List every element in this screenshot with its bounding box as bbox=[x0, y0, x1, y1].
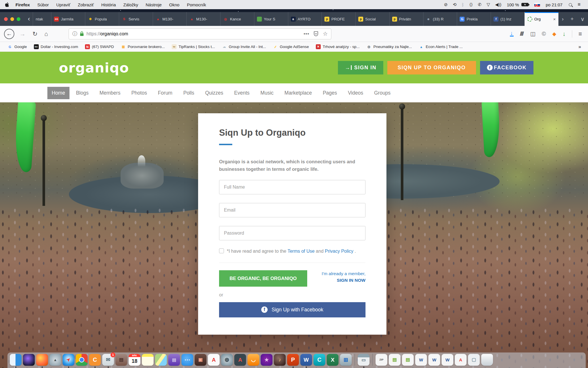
app-c-icon[interactable]: C bbox=[314, 354, 325, 366]
menu-história[interactable]: História bbox=[98, 2, 120, 7]
tab-priv-tn[interactable]: pPrivátn bbox=[389, 12, 423, 26]
chrome-icon[interactable] bbox=[76, 354, 88, 366]
nav-item-forum[interactable]: Forum bbox=[154, 87, 177, 99]
photo-booth-icon[interactable]: ▣ bbox=[195, 354, 206, 366]
bookmark-star-icon[interactable]: ☆ bbox=[323, 30, 328, 37]
url-bar[interactable]: ⓘ https:// organiqo.com ••• ☆ bbox=[69, 28, 331, 39]
photos-stack-icon[interactable]: ▭ bbox=[358, 354, 370, 366]
tab--33-r[interactable]: ☻(33) R bbox=[423, 12, 457, 26]
calendar-icon[interactable]: BŘE18 bbox=[129, 354, 140, 366]
mail-icon[interactable]: ✉1 bbox=[102, 354, 114, 366]
nav-item-quizzes[interactable]: Quizzes bbox=[201, 87, 227, 99]
minimized-browser-window[interactable]: ▢ bbox=[468, 354, 480, 366]
menu-zobraziť[interactable]: Zobraziť bbox=[74, 2, 98, 7]
tab-ayrto[interactable]: aAYRTO bbox=[288, 12, 322, 26]
bookmark-tipranks-stocks-t-[interactable]: twTipRanks | Stocks t... bbox=[168, 44, 218, 49]
minimized-word-document[interactable]: W bbox=[415, 354, 427, 366]
messages-icon[interactable]: ⋯ bbox=[181, 354, 193, 366]
bookmark-google-adsense[interactable]: ∕∕Google AdSense bbox=[270, 44, 312, 49]
volume-icon[interactable]: ◀)) bbox=[493, 2, 504, 7]
bookmark-google[interactable]: GGoogle bbox=[4, 44, 30, 49]
word-icon[interactable]: W bbox=[300, 354, 312, 366]
home-button[interactable]: ⌂ bbox=[41, 30, 52, 37]
apple-menu[interactable] bbox=[5, 2, 9, 7]
tab-social[interactable]: pSocial bbox=[355, 12, 389, 26]
video-downloader-icon[interactable]: ↓ bbox=[562, 30, 566, 37]
menu-záložky[interactable]: Záložky bbox=[120, 2, 142, 7]
menu-súbor[interactable]: Súbor bbox=[34, 2, 53, 7]
nav-item-music[interactable]: Music bbox=[256, 87, 278, 99]
terms-of-use-link[interactable]: Terms of Use bbox=[287, 249, 314, 254]
tab-prekla[interactable]: GPrekla bbox=[457, 12, 491, 26]
metamask-fox-icon[interactable]: ◆ bbox=[552, 31, 556, 37]
sign-in-now-link[interactable]: SIGN IN NOW bbox=[322, 277, 365, 283]
windows-app-icon[interactable]: ⊞ bbox=[340, 354, 352, 366]
menu-nástroje[interactable]: Nástroje bbox=[142, 2, 165, 7]
nav-item-polls[interactable]: Polls bbox=[179, 87, 198, 99]
bookmark-pneumatiky-za-najle-[interactable]: ◎Pneumatiky za Najle... bbox=[363, 44, 415, 49]
close-window-button[interactable] bbox=[4, 17, 8, 21]
scroll-tabs-left-button[interactable]: ‹ bbox=[25, 12, 33, 26]
tab-popula[interactable]: ✱Popula bbox=[85, 12, 119, 26]
nav-item-marketplace[interactable]: Marketplace bbox=[280, 87, 316, 99]
minimize-window-button[interactable] bbox=[10, 17, 14, 21]
siri-icon[interactable] bbox=[23, 354, 35, 366]
nav-item-members[interactable]: Members bbox=[95, 87, 125, 99]
menu-upraviť[interactable]: Upraviť bbox=[53, 2, 74, 7]
trash-icon[interactable] bbox=[481, 354, 493, 366]
menu-okno[interactable]: Okno bbox=[165, 2, 183, 7]
imovie-icon[interactable]: ★ bbox=[261, 354, 272, 366]
do-not-disturb-icon[interactable]: ⊘ bbox=[442, 2, 450, 7]
launchpad-icon[interactable]: ▲ bbox=[49, 354, 61, 366]
garageband-icon[interactable]: ♪ bbox=[274, 354, 286, 366]
spotlight-search-icon[interactable] bbox=[569, 3, 572, 6]
extension-copyright-icon[interactable]: © bbox=[542, 30, 546, 37]
nav-item-photos[interactable]: Photos bbox=[127, 87, 151, 99]
minimized-pdf-document[interactable]: A bbox=[455, 354, 467, 366]
excel-icon[interactable]: X bbox=[327, 354, 339, 366]
list-all-tabs-button[interactable]: ∨ bbox=[577, 12, 588, 26]
nav-item-videos[interactable]: Videos bbox=[344, 87, 368, 99]
tab-kance[interactable]: ◎Kance bbox=[220, 12, 254, 26]
back-button[interactable]: ← bbox=[4, 29, 14, 39]
tab-ntak[interactable]: ntak bbox=[33, 12, 51, 26]
sign-in-button[interactable]: → SIGN IN bbox=[338, 61, 383, 74]
minimized-zip-document[interactable]: ZIP bbox=[376, 354, 387, 366]
nav-item-events[interactable]: Events bbox=[230, 87, 254, 99]
nav-item-pages[interactable]: Pages bbox=[318, 87, 341, 99]
tab-profe[interactable]: pPROFE bbox=[322, 12, 355, 26]
site-info-icon[interactable]: ⓘ bbox=[72, 30, 77, 37]
tab-servis[interactable]: SServis bbox=[119, 12, 153, 26]
bookmark-econ-alerts-trade-[interactable]: ▲Econ Alerts | Trade ... bbox=[415, 44, 466, 49]
firefox-icon[interactable] bbox=[36, 354, 48, 366]
reload-button[interactable]: ↻ bbox=[29, 30, 41, 37]
maps-icon[interactable] bbox=[155, 354, 167, 366]
page-actions-icon[interactable]: ••• bbox=[303, 31, 309, 37]
battery-icon[interactable] bbox=[521, 3, 529, 6]
tab-m130-[interactable]: ▲M130- bbox=[153, 12, 187, 26]
pocket-shield-icon[interactable] bbox=[314, 31, 318, 36]
menu-firefox[interactable]: Firefox bbox=[12, 2, 34, 7]
tab-your-s[interactable]: Your S bbox=[254, 12, 288, 26]
notebooks-icon[interactable]: ▤ bbox=[168, 354, 180, 366]
ibooks-icon[interactable]: ◡ bbox=[247, 354, 259, 366]
downloads-icon[interactable]: ↓ bbox=[510, 31, 514, 37]
bookmarks-overflow-chevron[interactable]: » bbox=[576, 44, 584, 50]
powerpoint-icon[interactable]: P bbox=[287, 354, 299, 366]
library-icon[interactable]: Ⅲ bbox=[519, 30, 525, 37]
bookmark-dollar-investing-com[interactable]: InvDollar - Investing.com bbox=[30, 44, 82, 49]
email-field[interactable] bbox=[219, 203, 365, 217]
coinmarketcap-icon[interactable]: C bbox=[89, 354, 101, 366]
call-forwarding-icon[interactable]: ✆ bbox=[475, 2, 484, 7]
slovak-flag-icon[interactable] bbox=[534, 3, 540, 7]
be-organic-submit-button[interactable]: BE ORGANIC, BE ORGANIQO bbox=[219, 270, 307, 287]
agree-checkbox[interactable] bbox=[219, 248, 224, 253]
sign-up-to-organiqo-button[interactable]: SIQN UP TO ORGANIQO bbox=[387, 61, 476, 74]
notes-icon[interactable] bbox=[142, 354, 154, 366]
privacy-policy-link[interactable]: Privacy Policy bbox=[325, 249, 353, 254]
zoom-window-button[interactable] bbox=[17, 17, 20, 21]
bookmark--67-swapd[interactable]: N(67) SWAPD bbox=[82, 44, 117, 49]
screen-sharing-icon[interactable]: ⟨⟩ bbox=[467, 2, 475, 7]
forward-button[interactable]: → bbox=[16, 30, 29, 37]
time-machine-icon[interactable]: ⟲ bbox=[450, 2, 459, 7]
